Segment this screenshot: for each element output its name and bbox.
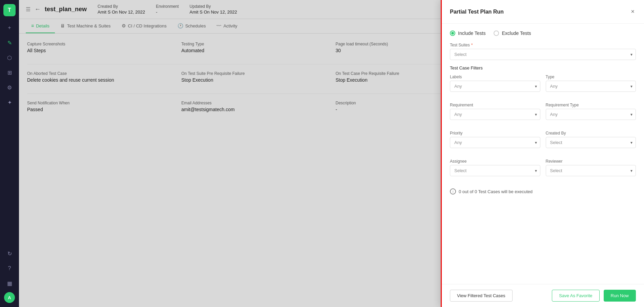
assignee-field: Assignee Select ▾ [450, 159, 540, 176]
briefcase-icon[interactable]: ⬡ [3, 52, 16, 64]
created-by-field: Created By Select ▾ [546, 131, 636, 148]
include-tests-radio[interactable] [450, 30, 455, 36]
reviewer-field: Reviewer Select ▾ [546, 159, 636, 176]
labels-wrapper: Any ▾ [450, 81, 540, 92]
view-filtered-button[interactable]: View Filtered Test Cases [450, 290, 513, 302]
calendar-icon[interactable]: ▦ [3, 277, 16, 289]
requirement-select[interactable]: Any [450, 109, 540, 120]
panel-body: Include Tests Exclude Tests Test Suites … [442, 24, 644, 284]
footer-right-buttons: Save As Favorite Run Now [552, 290, 636, 302]
panel-title: Partial Test Plan Run [450, 9, 504, 15]
exclude-tests-radio[interactable] [494, 30, 499, 36]
settings-icon[interactable]: ⚙ [3, 81, 16, 94]
main-area: ☰ ← test_plan_new Created By Amit S On N… [19, 0, 644, 307]
test-suites-field: Test Suites * Select ▾ [450, 43, 636, 60]
priority-select[interactable]: Any [450, 137, 540, 148]
exclude-tests-option[interactable]: Exclude Tests [494, 30, 531, 36]
help-icon[interactable]: ? [3, 262, 16, 274]
avatar[interactable]: A [4, 292, 15, 303]
panel-header: Partial Test Plan Run × [442, 0, 644, 24]
save-favorite-button[interactable]: Save As Favorite [552, 290, 599, 302]
requirement-type-wrapper: Any ▾ [546, 109, 636, 120]
type-select[interactable]: Any [546, 81, 636, 92]
star-icon[interactable]: ✦ [3, 96, 16, 108]
filter-grid: Labels Any ▾ Type Any [450, 75, 636, 182]
plus-icon[interactable]: + [3, 22, 16, 34]
panel-footer: View Filtered Test Cases Save As Favorit… [442, 284, 644, 307]
run-type-radio-group: Include Tests Exclude Tests [450, 30, 636, 36]
test-suites-wrapper: Select ▾ [450, 49, 636, 60]
assignee-wrapper: Select ▾ [450, 165, 540, 176]
execution-info-text: 0 out of 0 Test Cases will be executed [459, 189, 533, 194]
requirement-field: Requirement Any ▾ [450, 103, 540, 120]
assignee-select[interactable]: Select [450, 165, 540, 176]
include-tests-option[interactable]: Include Tests [450, 30, 485, 36]
priority-wrapper: Any ▾ [450, 137, 540, 148]
created-by-select[interactable]: Select [546, 137, 636, 148]
refresh-icon[interactable]: ↻ [3, 247, 16, 260]
test-suites-select[interactable]: Select [450, 49, 636, 60]
requirement-wrapper: Any ▾ [450, 109, 540, 120]
requirement-type-select[interactable]: Any [546, 109, 636, 120]
labels-select[interactable]: Any [450, 81, 540, 92]
info-icon: i [450, 188, 456, 195]
priority-field: Priority Any ▾ [450, 131, 540, 148]
grid-icon[interactable]: ⊞ [3, 66, 16, 79]
filter-section-label: Test Case Filters [450, 65, 636, 70]
run-now-button[interactable]: Run Now [604, 290, 636, 302]
reviewer-wrapper: Select ▾ [546, 165, 636, 176]
execution-info-row: i 0 out of 0 Test Cases will be executed [450, 188, 636, 195]
labels-field: Labels Any ▾ [450, 75, 540, 92]
edit-icon[interactable]: ✎ [3, 37, 16, 49]
requirement-type-field: Requirement Type Any ▾ [546, 103, 636, 120]
type-field: Type Any ▾ [546, 75, 636, 92]
partial-test-plan-panel: Partial Test Plan Run × Include Tests Ex… [441, 0, 644, 307]
type-wrapper: Any ▾ [546, 81, 636, 92]
required-marker: * [471, 43, 473, 47]
test-case-filters-section: Test Case Filters Labels Any ▾ [450, 65, 636, 182]
reviewer-select[interactable]: Select [546, 165, 636, 176]
created-by-wrapper: Select ▾ [546, 137, 636, 148]
sidebar: T + ✎ ⬡ ⊞ ⚙ ✦ ↻ ? ▦ A [0, 0, 19, 307]
app-logo[interactable]: T [3, 4, 16, 16]
close-button[interactable]: × [629, 7, 636, 17]
